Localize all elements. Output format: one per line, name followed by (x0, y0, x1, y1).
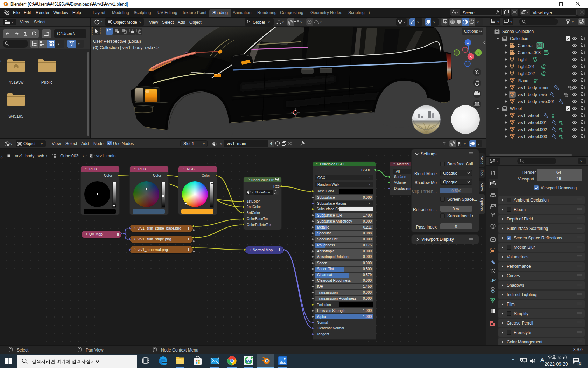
svg-text:Options: Options (464, 29, 478, 33)
svg-text:User Perspective (Local): User Perspective (Local) (93, 39, 141, 44)
svg-text:Z: Z (467, 41, 469, 45)
svg-text:X: X (470, 55, 472, 59)
svg-text:(0) Collection | vrv1_body_swb: (0) Collection | vrv1_body_swb <> (93, 45, 159, 50)
svg-text:Y: Y (477, 51, 480, 55)
